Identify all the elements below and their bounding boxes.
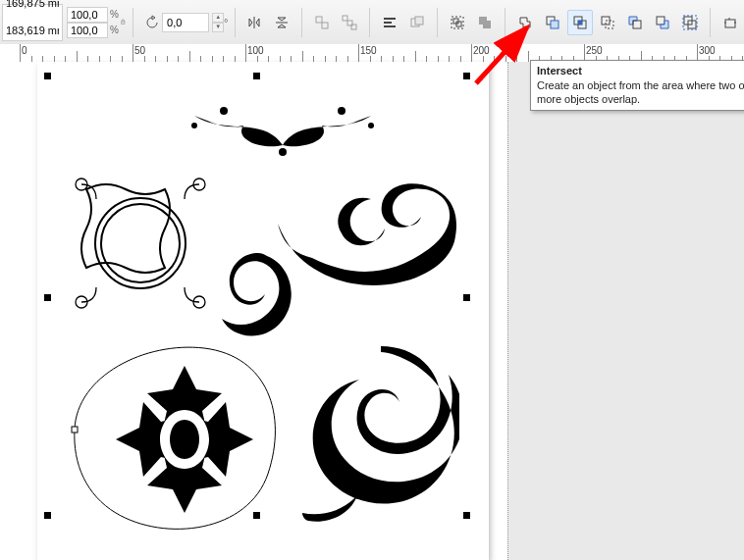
ungroup-button [309, 10, 335, 35]
selection-handle[interactable] [253, 73, 260, 79]
position-box [2, 4, 63, 41]
order-icon [409, 15, 425, 30]
lock-icon [120, 19, 127, 25]
svg-point-34 [95, 198, 186, 288]
combine-icon [477, 15, 493, 30]
weld-button[interactable] [512, 10, 538, 35]
svg-rect-22 [633, 21, 641, 28]
mirror-v-button[interactable] [269, 10, 294, 35]
vertical-ruler [0, 62, 19, 560]
svg-point-32 [279, 148, 287, 156]
selection-handle[interactable] [463, 294, 470, 301]
scale-x-input[interactable] [67, 7, 108, 23]
ornament-swirl-right[interactable] [273, 179, 469, 297]
simplify-button[interactable] [595, 10, 620, 35]
selection-handle[interactable] [463, 512, 470, 519]
order-button [404, 10, 430, 35]
intersect-button[interactable] [567, 10, 593, 35]
svg-rect-1 [322, 23, 328, 28]
svg-rect-9 [415, 17, 423, 25]
weld-icon [517, 15, 533, 30]
svg-point-28 [220, 107, 228, 115]
svg-point-30 [191, 123, 197, 128]
ungroup-all-icon [342, 15, 357, 30]
pasteboard [507, 62, 744, 560]
ornament-vine[interactable] [155, 91, 410, 160]
svg-point-29 [338, 107, 345, 115]
svg-rect-19 [578, 21, 582, 25]
ungroup-icon [314, 15, 330, 30]
ornament-round-frame[interactable] [67, 170, 214, 317]
tooltip: Intersect Create an object from the area… [530, 60, 744, 111]
svg-rect-23 [657, 17, 664, 25]
simplify-icon [600, 15, 615, 30]
tooltip-title: Intersect [537, 65, 744, 78]
svg-rect-27 [725, 20, 735, 27]
mirror-h-button[interactable] [241, 10, 267, 35]
svg-rect-14 [483, 21, 491, 28]
svg-rect-16 [551, 21, 558, 28]
canvas[interactable] [18, 62, 744, 560]
bminusf-icon [655, 15, 670, 30]
svg-rect-7 [384, 25, 396, 27]
selection-handle[interactable] [44, 73, 51, 79]
mirror-h-icon [246, 15, 262, 30]
tocurves-icon [722, 15, 738, 30]
align-distribute-button[interactable] [377, 10, 402, 35]
page [37, 62, 489, 560]
group-icon [450, 15, 465, 30]
fminusb-icon [627, 15, 643, 30]
svg-rect-2 [343, 16, 347, 21]
property-bar: % % ▲▼ ° [0, 0, 744, 45]
tooltip-body: Create an object from the area where two… [537, 79, 744, 105]
ungroup-all-button [337, 10, 362, 35]
svg-rect-39 [72, 427, 78, 433]
x-position-input[interactable] [3, 0, 62, 11]
front-minus-back-button[interactable] [622, 10, 648, 35]
svg-rect-26 [683, 16, 697, 29]
selection-handle[interactable] [44, 294, 51, 301]
trim-button[interactable] [540, 10, 565, 35]
svg-rect-5 [384, 18, 396, 20]
lock-aspect-button[interactable] [120, 5, 127, 40]
y-position-input[interactable] [3, 23, 62, 38]
rotation-spinner[interactable]: ▲▼ [212, 13, 224, 32]
trim-icon [545, 15, 560, 30]
selection-handle[interactable] [253, 512, 260, 519]
rotation-input[interactable] [162, 13, 209, 32]
svg-point-33 [101, 204, 180, 282]
rotation-box: ▲▼ ° [144, 5, 228, 40]
degree-label: ° [224, 17, 228, 28]
selection-handle[interactable] [44, 512, 51, 519]
svg-rect-0 [316, 17, 322, 23]
ornament-swirl-small[interactable] [214, 248, 302, 346]
convert-curves-button[interactable] [717, 10, 743, 35]
boundary-icon [682, 15, 698, 30]
ornament-flourish[interactable] [283, 336, 459, 533]
boundary-button[interactable] [677, 10, 703, 35]
combine-button [472, 10, 498, 35]
svg-rect-6 [384, 22, 392, 24]
rotate-icon [144, 15, 160, 30]
svg-point-31 [368, 123, 374, 128]
intersect-icon [572, 15, 588, 30]
scale-box: % % [67, 5, 118, 40]
align-icon [382, 15, 398, 30]
group-button[interactable] [445, 10, 470, 35]
selection-handle[interactable] [463, 73, 470, 79]
back-minus-front-button[interactable] [650, 10, 675, 35]
mirror-v-icon [274, 15, 290, 30]
scale-y-input[interactable] [67, 23, 108, 38]
